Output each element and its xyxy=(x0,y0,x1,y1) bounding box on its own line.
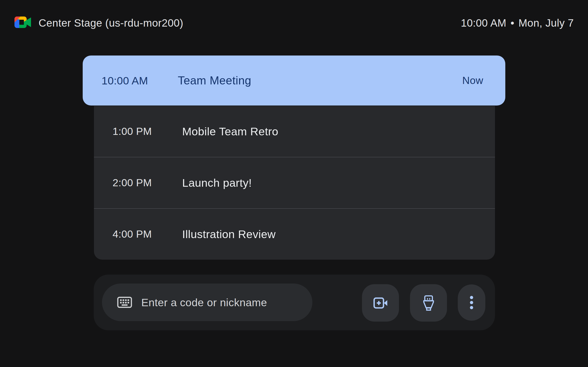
new-meeting-button[interactable] xyxy=(362,284,399,322)
code-input-placeholder: Enter a code or nickname xyxy=(141,296,267,309)
event-time: 1:00 PM xyxy=(112,125,152,137)
upcoming-events-panel: 1:00 PM Mobile Team Retro 2:00 PM Launch… xyxy=(94,106,495,260)
event-title: Mobile Team Retro xyxy=(182,125,278,138)
action-bar: Enter a code or nickname xyxy=(94,275,495,330)
clock-separator: • xyxy=(510,17,515,29)
meet-room-home-screen: Center Stage (us-rdu-mor200) 10:00 AM • … xyxy=(0,0,588,367)
event-time: 4:00 PM xyxy=(112,228,152,240)
current-event-card[interactable]: 10:00 AM Team Meeting Now xyxy=(83,56,505,106)
more-options-button[interactable] xyxy=(458,284,485,321)
clock-time: 10:00 AM xyxy=(461,17,506,29)
event-title: Illustration Review xyxy=(182,228,276,241)
schedule-row[interactable]: 4:00 PM Illustration Review xyxy=(94,208,495,260)
video-plus-icon xyxy=(373,297,388,309)
clock-date-text: Mon, July 7 xyxy=(519,17,574,29)
keyboard-icon xyxy=(117,297,132,308)
clock-date: 10:00 AM • Mon, July 7 xyxy=(461,16,574,30)
current-event-time: 10:00 AM xyxy=(102,56,148,106)
event-title: Launch party! xyxy=(182,176,252,189)
three-dot-menu-icon xyxy=(470,296,473,309)
hdmi-cable-icon xyxy=(423,295,434,311)
present-cable-button[interactable] xyxy=(410,284,447,322)
google-meet-logo-icon xyxy=(15,17,32,28)
event-time: 2:00 PM xyxy=(112,177,152,189)
schedule-row[interactable]: 1:00 PM Mobile Team Retro xyxy=(94,106,495,157)
schedule-row[interactable]: 2:00 PM Launch party! xyxy=(94,157,495,208)
room-name: Center Stage (us-rdu-mor200) xyxy=(39,16,183,30)
header: Center Stage (us-rdu-mor200) 10:00 AM • … xyxy=(0,0,588,32)
current-event-title: Team Meeting xyxy=(178,56,251,106)
now-badge: Now xyxy=(462,56,483,106)
meeting-code-input[interactable]: Enter a code or nickname xyxy=(102,284,312,321)
